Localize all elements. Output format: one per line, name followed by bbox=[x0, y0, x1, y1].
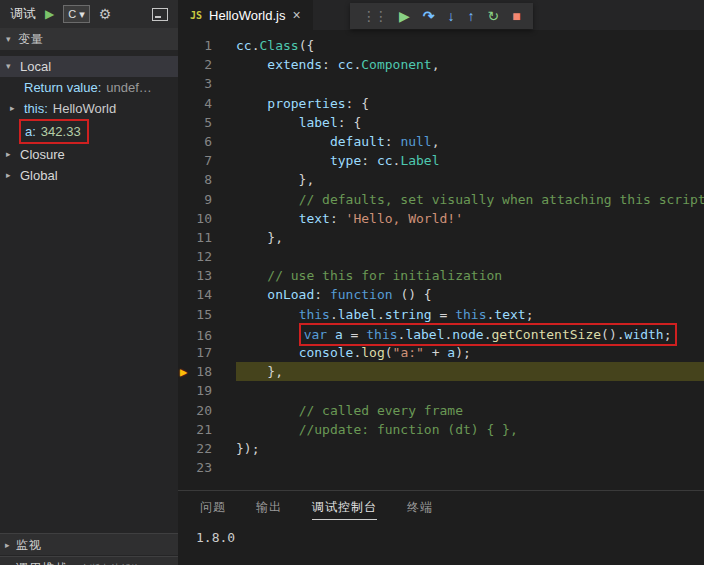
tab-output[interactable]: 输出 bbox=[256, 499, 282, 520]
variable-this[interactable]: ▸ this:HelloWorld bbox=[0, 98, 178, 119]
drag-handle-icon[interactable]: ⋮⋮ bbox=[362, 3, 386, 29]
debug-config-dropdown[interactable]: C ▾ bbox=[63, 5, 89, 23]
line-number[interactable]: 3 bbox=[178, 74, 212, 93]
line-number[interactable]: 4 bbox=[178, 94, 212, 113]
stop-button[interactable]: ■ bbox=[512, 3, 520, 29]
line-number[interactable]: 15 bbox=[178, 305, 212, 324]
code-line[interactable]: 4 properties: { bbox=[178, 94, 704, 113]
code-line[interactable]: 6 default: null, bbox=[178, 132, 704, 151]
line-text: type: cc.Label bbox=[236, 153, 440, 168]
line-text: onLoad: function () { bbox=[236, 287, 432, 302]
debug-controls-toolbar: ⋮⋮ ▶ ↷ ↓ ↑ ↻ ■ bbox=[350, 3, 533, 29]
gear-icon[interactable]: ⚙ bbox=[99, 6, 112, 22]
line-number[interactable]: 12 bbox=[178, 247, 212, 266]
variable-value: 342.33 bbox=[41, 124, 81, 139]
line-number[interactable]: 21 bbox=[178, 420, 212, 439]
tab-problems[interactable]: 问题 bbox=[200, 499, 226, 520]
variable-value: HelloWorld bbox=[53, 101, 116, 116]
code-line[interactable]: 8 }, bbox=[178, 170, 704, 189]
variable-name: Return value: bbox=[24, 80, 101, 95]
tab-terminal[interactable]: 终端 bbox=[407, 499, 433, 520]
code-line[interactable]: 7 type: cc.Label bbox=[178, 151, 704, 170]
line-number[interactable]: 23 bbox=[178, 458, 212, 477]
code-line[interactable]: 14 onLoad: function () { bbox=[178, 285, 704, 304]
code-line[interactable]: 17 console.log("a:" + a); bbox=[178, 343, 704, 362]
variables-section-header[interactable]: ▾ 变量 bbox=[0, 28, 178, 50]
step-into-button[interactable]: ↓ bbox=[448, 3, 455, 29]
variable-return-value[interactable]: Return value:undef… bbox=[0, 77, 178, 98]
chevron-collapsed-icon: ▸ bbox=[10, 98, 15, 119]
continue-button[interactable]: ▶ bbox=[399, 3, 410, 29]
line-number[interactable]: 8 bbox=[178, 170, 212, 189]
variable-value: undef… bbox=[106, 80, 152, 95]
code-line[interactable]: 20 // called every frame bbox=[178, 401, 704, 420]
line-number[interactable]: 1 bbox=[178, 36, 212, 55]
start-debug-button[interactable]: ▶ bbox=[45, 7, 54, 21]
chevron-down-icon: ▾ bbox=[79, 8, 85, 21]
code-line[interactable]: 16 var a = this.label.node.getContentSiz… bbox=[178, 324, 704, 343]
code-line[interactable]: 22}); bbox=[178, 439, 704, 458]
close-icon[interactable]: × bbox=[292, 7, 300, 23]
debug-sidebar-toolbar: 调试 ▶ C ▾ ⚙ bbox=[0, 0, 178, 28]
step-over-button[interactable]: ↷ bbox=[423, 3, 435, 29]
debug-console-toggle-icon[interactable] bbox=[152, 8, 168, 21]
code-line[interactable]: 9 // defaults, set visually when attachi… bbox=[178, 190, 704, 209]
line-text: properties: { bbox=[236, 96, 369, 111]
scope-closure[interactable]: ▸ Closure bbox=[0, 144, 178, 165]
line-number[interactable]: 10 bbox=[178, 209, 212, 228]
scope-global[interactable]: ▸ Global bbox=[0, 165, 178, 186]
line-text: //update: function (dt) { }, bbox=[236, 422, 518, 437]
line-number[interactable]: 7 bbox=[178, 151, 212, 170]
code-line[interactable]: 11 }, bbox=[178, 228, 704, 247]
chevron-collapsed-icon: ▸ bbox=[6, 165, 11, 186]
line-text: // called every frame bbox=[236, 403, 463, 418]
code-line[interactable]: ▶18 }, bbox=[178, 362, 704, 381]
tab-title: HelloWorld.js bbox=[209, 8, 285, 23]
code-line[interactable]: 13 // use this for initialization bbox=[178, 266, 704, 285]
code-line[interactable]: 12 bbox=[178, 247, 704, 266]
line-number[interactable]: 9 bbox=[178, 190, 212, 209]
code-line[interactable]: 3 bbox=[178, 74, 704, 93]
tab-helloworld-js[interactable]: JS HelloWorld.js × bbox=[178, 0, 313, 30]
code-line[interactable]: 1cc.Class({ bbox=[178, 36, 704, 55]
callstack-section-header[interactable]: 调用堆栈 在断点处暂停 bbox=[0, 556, 178, 565]
line-number[interactable]: 2 bbox=[178, 55, 212, 74]
tab-debug-console[interactable]: 调试控制台 bbox=[312, 499, 377, 520]
watch-section-header[interactable]: ▸ 监视 bbox=[0, 533, 178, 555]
line-number[interactable]: 19 bbox=[178, 381, 212, 400]
line-text: extends: cc.Component, bbox=[236, 57, 440, 72]
variable-name: this: bbox=[24, 101, 48, 116]
debug-console-output[interactable]: 1.8.0 a:342.33 bbox=[178, 528, 704, 565]
line-number[interactable]: 22 bbox=[178, 439, 212, 458]
line-number[interactable]: 6 bbox=[178, 132, 212, 151]
watch-section-label: 监视 bbox=[16, 538, 42, 552]
line-text: console.log("a:" + a); bbox=[236, 345, 471, 360]
code-line[interactable]: 15 this.label.string = this.text; bbox=[178, 305, 704, 324]
restart-button[interactable]: ↻ bbox=[488, 3, 500, 29]
line-number[interactable]: 17 bbox=[178, 343, 212, 362]
step-out-button[interactable]: ↑ bbox=[468, 3, 475, 29]
code-line[interactable]: 23 bbox=[178, 458, 704, 477]
panel-tab-bar: 问题 输出 调试控制台 终端 bbox=[178, 491, 704, 525]
line-number[interactable]: 11 bbox=[178, 228, 212, 247]
code-editor[interactable]: 1cc.Class({2 extends: cc.Component,34 pr… bbox=[178, 30, 704, 490]
line-text: cc.Class({ bbox=[236, 38, 314, 53]
editor-group: JS HelloWorld.js × ⋮⋮ ▶ ↷ ↓ ↑ ↻ ■ 1cc.Cl… bbox=[178, 0, 704, 490]
line-number[interactable]: 14 bbox=[178, 285, 212, 304]
chevron-collapsed-icon: ▸ bbox=[5, 534, 11, 556]
line-text: // defaults, set visually when attaching… bbox=[236, 192, 704, 207]
code-line[interactable]: 2 extends: cc.Component, bbox=[178, 55, 704, 74]
code-line[interactable]: 19 bbox=[178, 381, 704, 400]
variable-name: a: bbox=[25, 124, 36, 139]
line-number[interactable]: 5 bbox=[178, 113, 212, 132]
code-line[interactable]: 21 //update: function (dt) { }, bbox=[178, 420, 704, 439]
code-line[interactable]: 5 label: { bbox=[178, 113, 704, 132]
scope-local[interactable]: ▾ Local bbox=[0, 56, 178, 77]
line-text: text: 'Hello, World!' bbox=[236, 211, 463, 226]
current-execution-arrow-icon: ▶ bbox=[180, 363, 187, 382]
line-number[interactable]: 20 bbox=[178, 401, 212, 420]
code-line[interactable]: 10 text: 'Hello, World!' bbox=[178, 209, 704, 228]
line-number[interactable]: 13 bbox=[178, 266, 212, 285]
code-lines: 1cc.Class({2 extends: cc.Component,34 pr… bbox=[178, 36, 704, 477]
variable-a[interactable]: a:342.33 bbox=[0, 119, 178, 144]
